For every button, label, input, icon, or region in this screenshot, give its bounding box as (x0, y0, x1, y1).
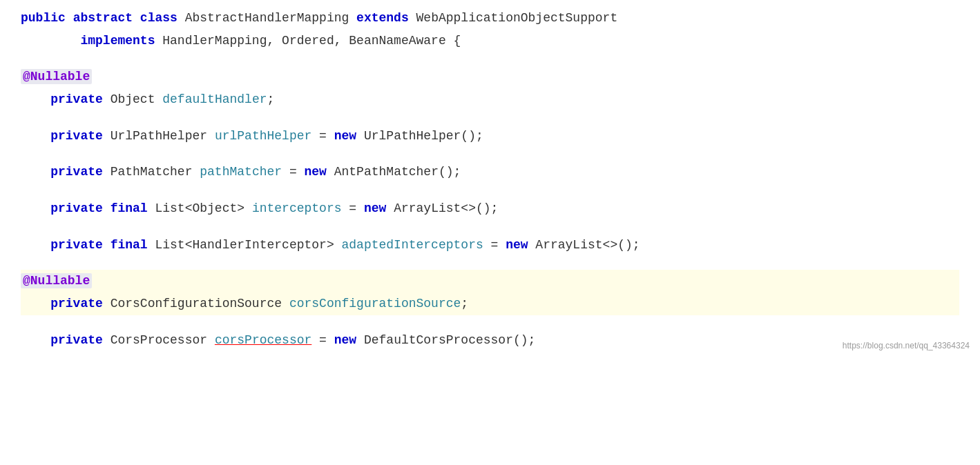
class-name: AbstractHandlerMapping (185, 11, 356, 25)
keyword-final-2: final (111, 238, 155, 252)
semicolon: ; (461, 297, 468, 310)
empty-line (21, 148, 959, 161)
type-pathmatcher: PathMatcher (111, 165, 200, 179)
equals: = (342, 201, 364, 215)
keyword-new-3: new (364, 201, 394, 215)
keyword-private-3: private (50, 165, 110, 179)
code-line-4: private Object defaultHandler; (21, 88, 959, 111)
empty-line (21, 52, 959, 66)
indent (21, 238, 50, 252)
indent (21, 201, 50, 215)
equals: = (282, 165, 304, 179)
var-urlpathhelper: urlPathHelper (215, 129, 311, 143)
type-object: Object (111, 92, 163, 106)
code-line-9-highlighted: @Nullable (21, 270, 959, 293)
var-defaulthandler: defaultHandler (162, 92, 267, 106)
equals: = (311, 333, 334, 347)
nullable-annotation-1: @Nullable (21, 69, 92, 84)
code-line-11: private CorsProcessor corsProcessor = ne… (21, 329, 959, 352)
equals: = (311, 129, 334, 143)
keyword-new-4: new (506, 238, 535, 252)
indent (21, 165, 50, 179)
new-urlpathhelper: UrlPathHelper(); (364, 129, 483, 143)
type-corsconfigsource: CorsConfigurationSource (111, 297, 289, 310)
var-corsprocessor: corsProcessor (215, 333, 311, 347)
var-pathmatcher: pathMatcher (200, 165, 282, 179)
keyword-new-2: new (305, 165, 334, 179)
keyword-private-7: private (50, 333, 110, 347)
keyword-private-4: private (50, 201, 110, 215)
keyword-new-1: new (334, 129, 364, 143)
empty-line (21, 220, 959, 234)
code-line-1: public abstract class AbstractHandlerMap… (21, 7, 959, 30)
keyword-private-2: private (50, 129, 110, 143)
parent-class: WebApplicationObjectSupport (416, 11, 618, 25)
new-antpathmatcher: AntPathMatcher(); (334, 165, 461, 179)
type-list-handler: List<HandlerInterceptor> (155, 238, 341, 252)
indent (21, 129, 50, 143)
nullable-annotation-2: @Nullable (21, 273, 92, 288)
watermark: https://blog.csdn.net/qq_43364324 (843, 339, 970, 353)
keyword-public: public (21, 11, 73, 25)
code-line-8: private final List<HandlerInterceptor> a… (21, 234, 959, 257)
indent (21, 92, 50, 106)
indent (21, 333, 50, 347)
type-list-object: List<Object> (155, 201, 251, 215)
keyword-extends: extends (356, 11, 416, 25)
implements-list: HandlerMapping, Ordered, BeanNameAware { (162, 34, 461, 48)
keyword-class: class (140, 11, 185, 25)
semicolon: ; (267, 92, 275, 106)
code-line-3: @Nullable (21, 66, 959, 88)
keyword-implements: implements (80, 34, 162, 48)
var-corsconfigsource: corsConfigurationSource (289, 297, 461, 310)
code-container: public abstract class AbstractHandlerMap… (0, 0, 980, 358)
empty-line (21, 315, 959, 329)
keyword-abstract: abstract (73, 11, 140, 25)
new-defaultcorsprocessor: DefaultCorsProcessor(); (364, 333, 535, 347)
keyword-private-1: private (50, 92, 110, 106)
type-corsprocessor: CorsProcessor (111, 333, 215, 347)
code-line-7: private final List<Object> interceptors … (21, 197, 959, 220)
var-interceptors: interceptors (252, 201, 342, 215)
code-line-6: private PathMatcher pathMatcher = new An… (21, 161, 959, 184)
empty-line (21, 111, 959, 125)
keyword-private-5: private (50, 238, 110, 252)
type-urlpathhelper: UrlPathHelper (111, 129, 215, 143)
indent (21, 34, 80, 48)
code-line-10-highlighted: private CorsConfigurationSource corsConf… (21, 293, 959, 315)
empty-line (21, 184, 959, 197)
var-adaptedinterceptors: adaptedInterceptors (342, 238, 483, 252)
empty-line (21, 256, 959, 270)
indent (21, 297, 50, 310)
equals: = (483, 238, 506, 252)
keyword-new-5: new (334, 333, 364, 347)
new-arraylist-2: ArrayList<>(); (535, 238, 640, 252)
keyword-private-6: private (50, 297, 110, 310)
new-arraylist-1: ArrayList<>(); (394, 201, 498, 215)
code-line-5: private UrlPathHelper urlPathHelper = ne… (21, 125, 959, 148)
code-line-2: implements HandlerMapping, Ordered, Bean… (21, 30, 959, 52)
keyword-final-1: final (111, 201, 155, 215)
